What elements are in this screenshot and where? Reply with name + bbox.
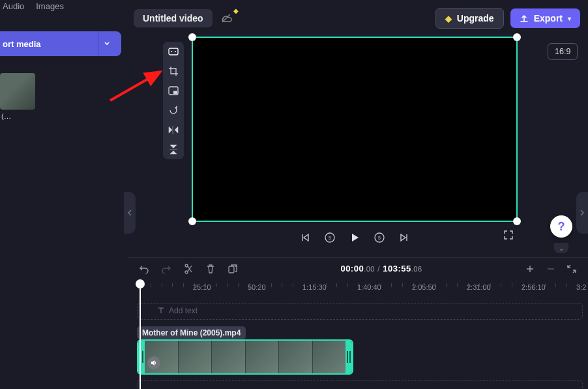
flip-vertical-icon[interactable] [168,144,179,155]
add-text-hint: Add text [157,306,198,315]
svg-point-11 [185,271,188,273]
svg-rect-1 [169,48,178,55]
crop-icon[interactable] [168,65,179,77]
svg-text:5: 5 [329,236,331,240]
upgrade-label: Upgrade [457,13,494,23]
video-clip[interactable]: Mother of Mine (2005).mp4 [137,326,353,376]
project-title[interactable]: Untitled video [134,9,213,27]
top-bar: Untitled video ◆ ◆ Upgrade Export ▾ [134,0,588,31]
text-icon [157,307,165,315]
timeline-tracks: Add text Mother of Mine (2005).mp4 [128,298,588,389]
media-thumbnail[interactable] [0,73,35,110]
svg-point-10 [185,264,188,267]
resize-handle-br[interactable] [513,217,521,225]
svg-rect-5 [173,91,177,94]
duplicate-icon[interactable] [227,263,239,275]
media-panel: Audio Images ort media (… [0,0,124,255]
import-media-caret[interactable] [98,31,115,56]
audio-track-slot[interactable] [137,380,583,389]
svg-point-2 [171,51,172,52]
skip-start-icon[interactable] [299,231,312,244]
export-button[interactable]: Export ▾ [510,8,580,28]
rotate-icon[interactable] [168,104,179,116]
ruler-label: 3:2 [576,283,586,291]
panel-expand-caret[interactable]: ⌄ [554,243,568,253]
gem-icon: ◆ [445,14,452,23]
back-5s-icon[interactable]: 5 [323,231,336,244]
canvas-toolbar [163,42,184,159]
media-name-label: (… [1,112,124,120]
pip-icon[interactable] [168,85,179,97]
svg-point-3 [175,51,176,52]
timeline-ruler[interactable]: 25:1050:201:15:301:40:402:05:502:31:002:… [128,279,588,294]
ruler-label: 25:10 [193,283,211,291]
chevron-down-icon: ▾ [568,15,571,22]
help-button[interactable]: ? [550,215,572,238]
forward-5s-icon[interactable]: 5 [373,231,386,244]
upgrade-button[interactable]: ◆ Upgrade [435,8,504,29]
collapse-right-panel[interactable] [576,192,588,234]
zoom-add-icon[interactable] [524,263,536,275]
fit-icon[interactable] [168,46,179,57]
delete-icon[interactable] [205,263,216,275]
sync-status-icon[interactable]: ◆ [219,11,233,25]
fit-timeline-icon[interactable] [566,263,578,275]
clip-audio-icon[interactable] [147,356,160,369]
timeline-toolbar: 00:00.00 / 103:55.06 [128,257,588,279]
premium-badge-icon: ◆ [233,7,239,14]
svg-text:5: 5 [378,236,381,240]
skip-end-icon[interactable] [398,231,411,244]
split-icon[interactable] [183,263,194,275]
resize-handle-tl[interactable] [188,33,196,41]
resize-handle-tr[interactable] [513,33,521,41]
clip-name-label: Mother of Mine (2005).mp4 [137,326,246,339]
collapse-left-panel[interactable] [124,192,136,234]
media-panel-tabs: Audio Images [0,0,124,20]
flip-horizontal-icon[interactable] [168,124,179,136]
import-media-button[interactable]: ort media [0,31,121,56]
undo-icon[interactable] [138,263,150,275]
text-track-slot[interactable]: Add text [137,303,583,320]
ruler-label: 50:20 [248,283,266,291]
zoom-minus-icon[interactable] [545,263,557,275]
resize-handle-bl[interactable] [188,217,196,225]
play-button[interactable] [348,231,361,244]
timecode-display: 00:00.00 / 103:55.06 [249,264,514,273]
fullscreen-icon[interactable] [502,228,515,241]
svg-rect-12 [229,266,234,273]
tab-audio[interactable]: Audio [3,1,24,20]
clip-thumbnails [145,341,345,373]
import-media-label: ort media [0,39,98,49]
clip-trim-right[interactable] [345,341,352,373]
export-label: Export [534,13,563,23]
redo-icon[interactable] [160,263,172,275]
preview-canvas[interactable] [192,37,518,222]
clip-body[interactable] [137,339,353,375]
upload-icon [520,14,529,23]
aspect-ratio-selector[interactable]: 16:9 [548,43,578,60]
tab-images[interactable]: Images [36,1,64,20]
preview-controls: 5 5 [192,228,518,247]
playhead-line [140,285,141,389]
